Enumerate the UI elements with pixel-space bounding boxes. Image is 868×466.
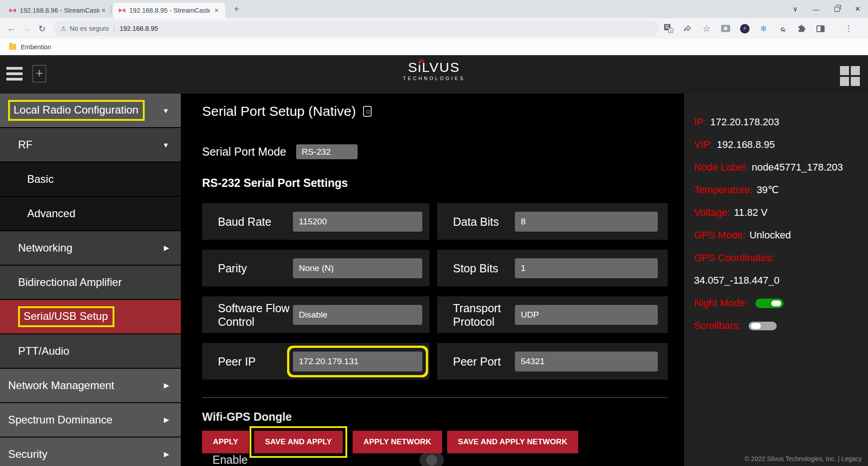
field-parity: Parity None (N) (202, 250, 429, 286)
url-text: 192.168.8.95 (120, 25, 158, 32)
data-bits-input[interactable]: 8 (515, 212, 658, 232)
sidebar-label: PTT/Audio (18, 345, 69, 357)
lightning-extension-icon[interactable]: ⚡ (740, 24, 750, 33)
forward-button[interactable]: → (19, 24, 34, 33)
bookmark-star-icon[interactable]: ☆ (702, 24, 712, 33)
help-doc-icon[interactable] (363, 106, 372, 117)
status-label: Node Label: (694, 162, 748, 173)
sidebar-item-ptt-audio[interactable]: PTT/Audio (0, 334, 181, 368)
grid-layout-icon[interactable] (840, 66, 860, 86)
status-row-node-label: Node Label: node45771_178.203 (694, 156, 868, 179)
screenshot-extension-icon[interactable] (721, 24, 731, 33)
save-and-apply-network-button[interactable]: SAVE AND APPLY NETWORK (447, 431, 578, 453)
field-baud-rate: Baud Rate 115200 (202, 203, 429, 240)
section-heading: RS-232 Serial Port Settings (202, 176, 348, 190)
status-value: 39℃ (757, 184, 779, 196)
status-row-gps-coordinates-value: 34.057_-118.447_0 (694, 269, 868, 292)
peer-ip-input[interactable]: 172.20.179.131 (293, 352, 422, 371)
browser-tab-1[interactable]: 192.168.8.96 - StreamCaster MIM ✕ (4, 3, 112, 18)
apply-button[interactable]: APPLY (202, 431, 249, 453)
bookmarks-bar: Embention (0, 39, 868, 55)
field-data-bits: Data Bits 8 (437, 203, 668, 240)
sidebar-item-networking[interactable]: Networking ▶ (0, 231, 181, 265)
scrollbars-toggle[interactable] (749, 322, 777, 330)
status-row-night-mode: Night Mode: (694, 292, 868, 314)
reload-button[interactable]: ↻ (34, 24, 50, 34)
status-row-gps-coordinates: GPS Coordinates: (694, 247, 868, 269)
colorzilla-extension-icon[interactable]: <C (778, 24, 788, 33)
split-glyph (816, 25, 825, 32)
sidebar-item-rf[interactable]: RF ▼ (0, 128, 181, 162)
silvus-logo: SiLVUS((•)) TECHNOLOGIES (0, 60, 868, 81)
restore-button[interactable] (826, 0, 847, 18)
window-controls: ∨ — ✕ (785, 0, 868, 18)
apply-network-button[interactable]: APPLY NETWORK (353, 431, 442, 453)
status-label: Voltage: (694, 207, 730, 219)
status-label: Scrollbars: (694, 320, 741, 332)
toggle-knob (751, 323, 761, 329)
close-button[interactable]: ✕ (847, 0, 868, 18)
annotation-box: Local Radio Configuration (8, 100, 145, 121)
browser-toolbar: ← → ↻ ⚠ No es seguro | 192.168.8.95 G a … (0, 18, 868, 39)
field-label: Baud Rate (218, 215, 292, 228)
sidebar-item-basic[interactable]: Basic (0, 162, 181, 196)
save-and-apply-button[interactable]: SAVE AND APPLY (254, 431, 343, 453)
peer-port-input[interactable]: 54321 (515, 352, 658, 371)
action-buttons: APPLY SAVE AND APPLY APPLY NETWORK SAVE … (202, 431, 583, 453)
status-value: 34.057_-118.447_0 (694, 275, 779, 286)
browser-tab-2-active[interactable]: 192.168.8.95 - StreamCaster MIM ✕ (113, 3, 225, 18)
navigation-sidebar: Local Radio Configuration ▼ RF ▼ Basic A… (0, 94, 181, 466)
status-value: node45771_178.203 (752, 162, 843, 173)
extensions-puzzle-icon[interactable] (797, 24, 807, 33)
chevron-right-icon: ▶ (164, 416, 169, 424)
night-mode-toggle[interactable] (755, 299, 783, 308)
app-window: 192.168.8.96 - StreamCaster MIM ✕ 192.16… (0, 0, 868, 466)
software-flow-control-input[interactable]: Disable (293, 305, 422, 325)
parity-input[interactable]: None (N) (293, 258, 422, 278)
chevron-down-icon: ▼ (162, 141, 169, 149)
share-icon[interactable] (683, 24, 693, 33)
field-transport-protocol: Transport Protocol UDP (437, 296, 668, 333)
stop-bits-input[interactable]: 1 (515, 258, 658, 278)
sidebar-item-bidirectional-amplifier[interactable]: Bidirectional Amplifier (0, 266, 181, 299)
back-button[interactable]: ← (4, 24, 19, 33)
transport-protocol-input[interactable]: UDP (515, 305, 658, 325)
sidebar-item-network-management[interactable]: Network Management ▶ (0, 369, 181, 402)
baud-rate-input[interactable]: 115200 (293, 212, 422, 232)
sidebar-label: Advanced (27, 207, 75, 220)
sidebar-item-spectrum-dominance[interactable]: Spectrum Dominance ▶ (0, 403, 181, 437)
serial-port-mode-select[interactable]: RS-232 (296, 144, 358, 159)
field-peer-port: Peer Port 54321 (437, 343, 668, 380)
status-row-gps-mode: GPS Mode: Unlocked (694, 224, 868, 247)
sidebar-label: Network Management (8, 379, 114, 392)
bookmark-item[interactable]: Embention (21, 43, 51, 51)
side-panel-icon[interactable] (816, 24, 826, 33)
restore-icon (835, 7, 840, 12)
bolt-glyph: ⚡ (740, 24, 750, 33)
new-tab-button[interactable]: + (231, 4, 242, 15)
address-bar[interactable]: ⚠ No es seguro | 192.168.8.95 (53, 21, 659, 36)
translate-icon[interactable]: G a (664, 24, 674, 33)
enable-toggle[interactable] (420, 452, 444, 466)
status-value: 192.168.8.95 (717, 139, 775, 151)
page-title: Serial Port Setup (Native) (202, 104, 372, 119)
chevron-right-icon: ▶ (164, 244, 169, 252)
sidebar-item-advanced[interactable]: Advanced (0, 197, 181, 230)
field-peer-ip: Peer IP 172.20.179.131 (202, 343, 429, 380)
snowflake-extension-icon[interactable]: ❄ (759, 24, 769, 33)
sidebar-item-security[interactable]: Security ▶ (0, 437, 181, 466)
sidebar-item-serial-usb-setup[interactable]: Serial/USB Setup (0, 300, 181, 333)
tab-search-chevron-icon[interactable]: ∨ (785, 0, 806, 18)
radio-favicon (118, 7, 126, 14)
tab-close-icon[interactable]: ✕ (212, 6, 221, 14)
minimize-button[interactable]: — (806, 0, 826, 18)
annotation-box: SAVE AND APPLY (250, 426, 347, 458)
sidebar-label: RF (18, 138, 33, 151)
logo-subtitle: TECHNOLOGIES (0, 76, 868, 81)
tab-close-icon[interactable]: ✕ (99, 6, 108, 14)
sidebar-label: Networking (18, 242, 72, 254)
sidebar-item-local-radio-configuration[interactable]: Local Radio Configuration ▼ (0, 94, 181, 127)
browser-menu-kebab-icon[interactable]: ⋮ (844, 24, 854, 33)
status-value: 11.82 V (734, 207, 768, 219)
status-value: 172.20.178.203 (710, 116, 779, 128)
